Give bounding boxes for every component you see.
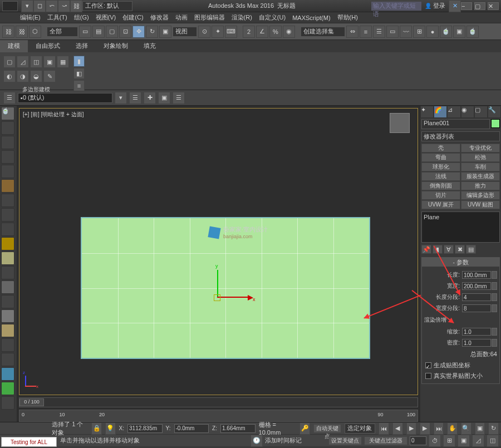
gizmo-plane-icon[interactable] xyxy=(214,294,220,301)
frame-input[interactable]: 0 xyxy=(410,436,426,445)
ltool-9-icon[interactable] xyxy=(1,223,14,236)
spinner-snap-icon[interactable]: ◉ xyxy=(283,26,295,38)
menu-anim[interactable]: 动画 xyxy=(172,13,191,22)
remove-mod-icon[interactable]: ✖ xyxy=(455,245,465,254)
modifier-stack[interactable]: Plane xyxy=(421,211,500,243)
add-time-tag[interactable]: 添加时间标记 xyxy=(265,436,302,445)
object-name-input[interactable]: Plane001 xyxy=(421,119,490,129)
named-selection[interactable]: 创建选择集 xyxy=(301,27,345,37)
pin-stack-icon[interactable]: 📌 xyxy=(421,245,431,254)
mod-cloth[interactable]: 服装生成器 xyxy=(461,172,500,181)
mod-editpoly[interactable]: 编辑多边形 xyxy=(461,191,500,200)
scale-spin-arrows-icon[interactable] xyxy=(492,328,497,336)
time-config-icon[interactable]: ⏱ xyxy=(429,435,441,447)
pivot-icon[interactable]: ⊙ xyxy=(198,26,210,38)
stack-item-plane[interactable]: Plane xyxy=(424,214,498,220)
menu-render[interactable]: 渲染(R) xyxy=(228,13,256,22)
density-spin-arrows-icon[interactable] xyxy=(492,339,497,347)
poly-poly-icon[interactable]: ▣ xyxy=(43,56,56,68)
nav-min-icon[interactable]: ◫ xyxy=(487,435,499,447)
select-name-icon[interactable]: ▤ xyxy=(92,26,105,38)
x-coord-input[interactable]: 3112.835m xyxy=(127,424,163,433)
mod-push[interactable]: 推力 xyxy=(461,181,500,190)
display-tab-icon[interactable]: ▢ xyxy=(474,106,488,118)
z-coord-input[interactable]: 1.664mm xyxy=(220,424,256,433)
layer-new-icon[interactable]: ☰ xyxy=(129,92,141,104)
graphite-a-icon[interactable]: ▮ xyxy=(73,56,85,67)
ribbon-tab-selection[interactable]: 选择 xyxy=(68,40,96,52)
poly-vert-icon[interactable]: ▢ xyxy=(3,56,16,68)
ltool-21-icon[interactable] xyxy=(1,396,14,410)
nav-pan-icon[interactable]: ✋ xyxy=(447,422,458,435)
snap2d-icon[interactable]: 2 xyxy=(243,26,255,38)
poly-elem-icon[interactable]: ▦ xyxy=(57,56,69,68)
redo-icon[interactable]: ⤻ xyxy=(58,0,70,12)
ltool-11-icon[interactable] xyxy=(1,252,14,265)
setkey-button[interactable]: 设置关键点 xyxy=(328,436,362,445)
ribbon-toggle-icon[interactable]: ▭ xyxy=(386,26,399,38)
viewcube-icon[interactable] xyxy=(390,113,410,133)
layer-manager-icon[interactable]: ☰ xyxy=(3,92,16,104)
ribbon-tab-populate[interactable]: 填充 xyxy=(136,40,164,52)
move-tool-icon[interactable]: ✥ xyxy=(132,26,145,38)
menu-create[interactable]: 创建(C) xyxy=(119,13,146,22)
snap-angle-icon[interactable]: ∠ xyxy=(256,26,268,38)
wsegs-spinner[interactable]: 8 xyxy=(462,304,491,312)
nav-zoom-icon[interactable]: 🔍 xyxy=(461,422,471,435)
prev-key-icon[interactable]: ⏮ xyxy=(379,422,389,435)
layers-icon[interactable]: ☰ xyxy=(373,26,385,38)
layer-sel-icon[interactable]: ▣ xyxy=(158,92,170,104)
poly-d-icon[interactable]: ✎ xyxy=(43,70,56,82)
mod-bend[interactable]: 弯曲 xyxy=(421,153,460,162)
mod-slice[interactable]: 切片 xyxy=(421,191,460,200)
ribbon-tab-freeform[interactable]: 自由形式 xyxy=(28,40,68,52)
schematic-icon[interactable]: ⊞ xyxy=(413,26,425,38)
x-icon[interactable]: ✕ xyxy=(449,0,461,12)
ltool-2-icon[interactable] xyxy=(1,121,14,135)
time-tag-icon[interactable]: 🕐 xyxy=(250,435,263,447)
mod-unwrap[interactable]: UVW 展开 xyxy=(421,200,460,209)
ltool-12-icon[interactable] xyxy=(1,266,14,279)
poly-b-icon[interactable]: ◑ xyxy=(17,70,29,82)
utility-tab-icon[interactable]: 🔧 xyxy=(488,106,501,118)
ltool-3-icon[interactable] xyxy=(1,136,14,149)
layer-hi-icon[interactable]: ☰ xyxy=(173,92,185,104)
app-menu-icon[interactable]: ▾ xyxy=(21,0,33,12)
render-setup-icon[interactable]: 🍵 xyxy=(440,26,452,38)
close-icon[interactable]: ✕ xyxy=(488,2,499,10)
time-thumb[interactable]: 0 / 100 xyxy=(19,398,44,406)
key-icon[interactable]: 🔑 xyxy=(299,422,310,435)
modify-tab-icon[interactable]: 🌈 xyxy=(434,106,447,118)
real-world-checkbox[interactable] xyxy=(425,373,431,379)
snap-pct-icon[interactable]: % xyxy=(269,26,282,38)
play-icon[interactable]: ▶ xyxy=(406,422,417,435)
rect-select-icon[interactable]: ▢ xyxy=(106,26,118,38)
teapot-icon[interactable]: 🍵 xyxy=(1,107,14,120)
gen-coords-checkbox[interactable] xyxy=(425,362,431,368)
next-key-icon[interactable]: ⏭ xyxy=(434,422,444,435)
mod-normal[interactable]: 法线 xyxy=(421,172,460,181)
mod-relax[interactable]: 松弛 xyxy=(461,153,500,162)
ribbon-tab-modeling[interactable]: 建模 xyxy=(0,40,28,52)
nav-max-icon[interactable]: ▣ xyxy=(458,435,470,447)
wsegs-spin-arrows-icon[interactable] xyxy=(492,304,497,312)
render-frame-icon[interactable]: ▣ xyxy=(453,26,465,38)
open-icon[interactable]: ⤺ xyxy=(46,0,58,12)
ltool-4-icon[interactable] xyxy=(1,150,14,164)
mod-bevel[interactable]: 倒角剖面 xyxy=(421,181,460,190)
link-tool-icon[interactable]: ⛓ xyxy=(2,26,14,38)
graphite-c-icon[interactable]: ≡ xyxy=(73,80,85,91)
mod-prooptim[interactable]: 专业优化 xyxy=(461,144,500,152)
density-spinner[interactable]: 1.0 xyxy=(462,339,491,347)
select-icon[interactable]: ▭ xyxy=(79,26,91,38)
poly-border-icon[interactable]: ◫ xyxy=(30,56,42,68)
ltool-6-icon[interactable] xyxy=(1,179,14,193)
ltool-5-icon[interactable] xyxy=(1,165,14,178)
ltool-19-icon[interactable] xyxy=(1,367,14,381)
poly-a-icon[interactable]: ◐ xyxy=(3,70,16,82)
y-coord-input[interactable]: -0.0mm xyxy=(174,424,209,433)
menu-help[interactable]: 帮助(H) xyxy=(334,13,361,22)
new-icon[interactable]: ◻ xyxy=(33,0,46,12)
mod-lathe[interactable]: 车削 xyxy=(461,163,500,171)
mod-shell[interactable]: 壳 xyxy=(421,144,460,152)
